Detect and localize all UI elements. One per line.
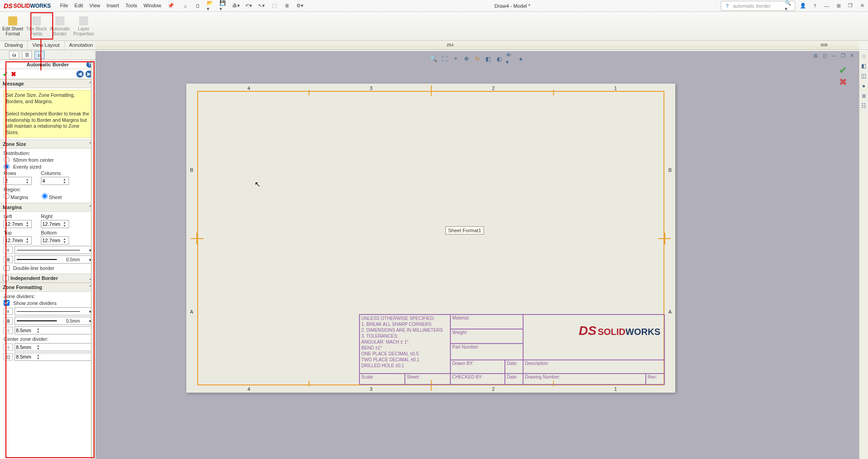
center-divider-input[interactable]	[15, 344, 35, 350]
annotation-connector	[40, 40, 41, 70]
taskpane-design-icon[interactable]: ◧	[860, 63, 868, 70]
radio-sheet[interactable]	[42, 193, 48, 199]
select-icon[interactable]: ↖▾	[258, 2, 266, 10]
viewport-close-icon[interactable]: ✕	[850, 53, 857, 59]
menu-file[interactable]: File	[60, 3, 68, 9]
divider-thickness-icon: ≣	[4, 317, 13, 324]
hide-show-icon[interactable]: 👁▾	[506, 55, 514, 63]
margin-left-input[interactable]	[4, 221, 24, 227]
viewport-max-icon[interactable]: ❐	[841, 53, 848, 59]
sheet-format-tooltip: Sheet Format1	[445, 226, 484, 234]
minimize-icon[interactable]: —	[823, 2, 831, 10]
print-icon[interactable]: 🖶▾	[232, 2, 240, 10]
appearance-icon[interactable]: ●	[517, 55, 525, 63]
title-block: UNLESS OTHERWISE SPECIFIED: 1. BREAK ALL…	[359, 314, 664, 384]
taskpane-appearance-icon[interactable]: ●	[860, 83, 868, 90]
help-icon: ?	[723, 2, 731, 10]
viewport-link-icon[interactable]: ◫	[823, 53, 830, 59]
margin-bottom-input[interactable]	[41, 238, 61, 243]
open-icon[interactable]: 📂▾	[207, 2, 215, 10]
section-icon[interactable]: ◧	[484, 55, 492, 63]
radio-margins[interactable]	[4, 193, 10, 199]
viewport-new-icon[interactable]: ⊞	[813, 53, 821, 59]
menu-view[interactable]: View	[90, 3, 100, 9]
margin-top-input[interactable]	[4, 238, 24, 243]
options-list-icon[interactable]: ≣	[283, 2, 291, 10]
double-line-checkbox[interactable]	[4, 265, 10, 271]
new-icon[interactable]: 🗋	[194, 2, 202, 10]
display-style-icon[interactable]: ◐	[495, 55, 503, 63]
settings-gear-icon[interactable]: ⚙▾	[296, 2, 304, 10]
border-line-style-select[interactable]: ▾	[15, 246, 92, 254]
panel-title: Automatic Border	[27, 62, 69, 67]
panel-scrollbar[interactable]	[91, 60, 95, 459]
tab-view-layout[interactable]: View Layout	[28, 41, 65, 50]
line-style-icon: ≡	[4, 246, 13, 254]
section-independent-header[interactable]: Independent Border	[10, 275, 58, 281]
border-thickness-select[interactable]: 0.5mm▾	[15, 255, 92, 264]
user-icon[interactable]: 👤	[799, 2, 807, 10]
menu-tools[interactable]: Tools	[125, 3, 137, 9]
divider-length-input[interactable]	[15, 328, 35, 333]
menu-window[interactable]: Window	[144, 3, 161, 9]
cols-input[interactable]	[41, 178, 61, 184]
pane-tab-config-icon[interactable]: ⚏	[35, 51, 45, 59]
tile-icon[interactable]: ⊞	[834, 2, 843, 10]
taskpane-custom-icon[interactable]: ≣	[860, 93, 868, 100]
section-zone-size-header[interactable]: Zone Size	[3, 141, 26, 147]
ribbon-edit-sheet-format[interactable]: Edit Sheet Format	[1, 12, 25, 40]
divider-line-style-select[interactable]: ▾	[15, 307, 92, 315]
search-icon[interactable]: 🔍▾	[785, 2, 793, 10]
section-zone-formatting-header[interactable]: Zone Formatting	[3, 284, 42, 290]
help-search[interactable]: ? 🔍▾	[721, 1, 795, 11]
pane-tab-feature-tree-icon[interactable]: 🗂	[9, 51, 19, 59]
independent-border-checkbox[interactable]	[3, 275, 9, 281]
taskpane-resources-icon[interactable]: ⌂	[860, 53, 868, 60]
rows-input[interactable]	[4, 178, 24, 184]
distribution-label: Distribution:	[4, 150, 92, 156]
ribbon-layer-properties[interactable]: Layer Properties	[72, 12, 95, 40]
tab-drawing[interactable]: Drawing	[0, 41, 28, 50]
menu-edit[interactable]: Edit	[75, 3, 83, 9]
tab-annotation[interactable]: Annotation	[65, 41, 98, 50]
taskpane-forum-icon[interactable]: ☷	[860, 103, 868, 110]
margin-right-input[interactable]	[41, 221, 61, 227]
document-title: Draw4 - Model *	[304, 3, 721, 9]
confirm-corner-ok-icon[interactable]: ✔	[839, 65, 847, 76]
radio-evenly[interactable]	[4, 164, 10, 170]
rebuild-icon[interactable]: ⬚	[270, 2, 279, 10]
undo-icon[interactable]: ↶▾	[245, 2, 253, 10]
viewport-min-icon[interactable]: —	[832, 53, 839, 59]
section-message-header[interactable]: Message	[3, 81, 24, 86]
menu-insert[interactable]: Insert	[106, 3, 119, 9]
help-balloon-icon[interactable]: ?	[811, 2, 819, 10]
pan-icon[interactable]: ✥	[462, 55, 470, 63]
zoom-area-icon[interactable]: ⛶	[440, 55, 449, 63]
restore-icon[interactable]: ❐	[846, 2, 854, 10]
zoom-fit-icon[interactable]: 🔍	[429, 55, 438, 63]
ok-icon[interactable]: ✔	[3, 70, 8, 78]
home-icon[interactable]: ⌂	[181, 2, 190, 10]
drawing-sheet[interactable]: 4 3 2 1 4 3 2 1 B A B A UNLESS OTHERWISE…	[186, 84, 675, 393]
save-icon[interactable]: 💾▾	[219, 2, 228, 10]
divider-thickness-select[interactable]: 0.5mm▾	[15, 317, 92, 325]
solidworks-logo: DS SOLIDWORKS	[579, 324, 660, 338]
nav-prev-icon[interactable]: ◀	[76, 70, 84, 78]
close-icon[interactable]: ✕	[858, 2, 866, 10]
zoom-selection-icon[interactable]: ⌖	[451, 55, 459, 63]
menu-pin-icon[interactable]: 📌	[168, 3, 174, 9]
radio-50mm[interactable]	[4, 157, 10, 163]
confirm-corner-cancel-icon[interactable]: ✖	[839, 76, 847, 88]
show-dividers-checkbox[interactable]	[4, 300, 10, 306]
section-margins-header[interactable]: Margins	[3, 205, 22, 210]
search-input[interactable]	[733, 3, 783, 9]
cancel-icon[interactable]: ✖	[11, 70, 16, 78]
center-divider-ext-icon: ⊡	[4, 353, 13, 360]
cursor-icon: ↖	[254, 180, 260, 189]
taskpane-view-icon[interactable]: ◫	[860, 73, 868, 80]
pane-tab-property-icon[interactable]: ☰	[22, 51, 32, 59]
center-divider-ext-input[interactable]	[15, 354, 35, 359]
rotate-icon[interactable]: ↻	[473, 55, 481, 63]
center-divider-icon: ⊹	[4, 344, 13, 351]
divider-length-icon: ⊹	[4, 327, 13, 334]
